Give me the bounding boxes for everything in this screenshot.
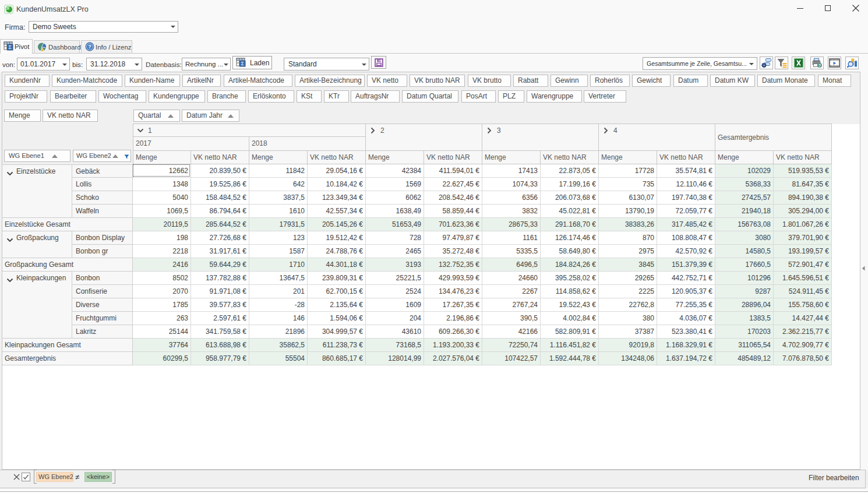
svg-text:?: ? <box>818 63 821 68</box>
svg-text:Σ: Σ <box>241 61 244 66</box>
svg-text:Σ: Σ <box>9 44 12 50</box>
svg-text:?: ? <box>88 44 91 50</box>
